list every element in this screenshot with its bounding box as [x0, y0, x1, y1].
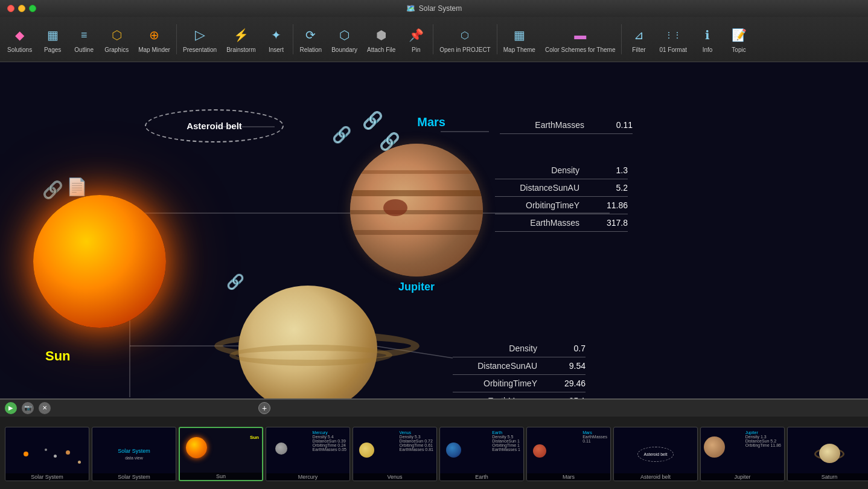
- sun-link-icon: 🔗: [42, 180, 63, 200]
- saturn-earthmasses-val: 95.1: [549, 396, 586, 398]
- toolbar-item-insert[interactable]: ✦ Insert: [260, 19, 292, 60]
- jupiter-earthmasses-key: EarthMasses: [495, 218, 579, 228]
- maptheme-label: Map Theme: [503, 46, 535, 53]
- solutions-icon: ◆: [10, 25, 30, 45]
- toolbar-divider-5: [621, 24, 622, 54]
- toolbar-divider-3: [433, 24, 433, 54]
- toolbar: ◆ Solutions ▦ Pages ≡ Outline ⬡ Graphics…: [0, 17, 868, 62]
- filmstrip-thumb-3[interactable]: Sun Sun: [179, 427, 263, 481]
- saturn-node[interactable]: 🔗: [235, 280, 398, 398]
- toolbar-item-openproject[interactable]: ⬡ Open in PROJECT: [435, 19, 495, 60]
- saturn-distancesunau-key: DistanceSunAU: [453, 361, 537, 371]
- filmstrip-thumb-7[interactable]: Mars EarthMasses 0.11 Mars: [526, 427, 611, 481]
- saturn-density-key: Density: [453, 344, 537, 353]
- mars-earthmasses-key: EarthMasses: [500, 120, 584, 130]
- toolbar-item-presentation[interactable]: ▷ Presentation: [178, 19, 222, 60]
- saturn-density-val: 0.7: [549, 344, 586, 353]
- saturn-orbitingtimey-row: OrbitingTimeY 29.46: [453, 375, 586, 392]
- jupiter-node[interactable]: 🔗 Jupiter: [350, 144, 483, 276]
- jupiter-density-key: Density: [495, 165, 579, 175]
- window-title: 🗺️ Solar System: [406, 4, 462, 13]
- filmstrip-add-button[interactable]: +: [258, 402, 270, 414]
- toolbar-item-pages[interactable]: ▦ Pages: [37, 19, 68, 60]
- filmstrip-thumb-10[interactable]: Saturn: [787, 427, 868, 481]
- filmstrip-thumb-4[interactable]: Mercury Density 5.4 DistanceSun 0.39 Orb…: [266, 427, 350, 481]
- outline-label: Outline: [74, 46, 94, 53]
- jupiter-distancesunau-row: DistanceSunAU 5.2: [495, 179, 628, 197]
- toolbar-item-graphics[interactable]: ⬡ Graphics: [100, 19, 133, 60]
- asteroid-link-icon: 🔗: [362, 110, 383, 130]
- colorschemes-icon: ▬: [570, 25, 590, 45]
- toolbar-item-filter[interactable]: ⊿ Filter: [623, 19, 654, 60]
- maximize-button[interactable]: [29, 5, 36, 12]
- filmstrip[interactable]: Solar System Solar System data view Sola…: [0, 417, 868, 489]
- colorschemes-label: Color Schemes for Theme: [545, 46, 616, 53]
- filmstrip-thumb-2[interactable]: Solar System data view Solar System: [92, 427, 176, 481]
- toolbar-item-maptheme[interactable]: ▦ Map Theme: [499, 19, 540, 60]
- toolbar-item-format[interactable]: ⋮⋮ 01 Format: [654, 19, 692, 60]
- asteroid-belt-node[interactable]: Asteroid belt: [145, 109, 284, 142]
- asteroid-belt-label: Asteroid belt: [187, 121, 242, 131]
- jupiter-link-icon: 🔗: [332, 126, 351, 144]
- toolbar-item-colorschemes[interactable]: ▬ Color Schemes for Theme: [540, 19, 621, 60]
- pages-icon: ▦: [43, 25, 62, 45]
- presentation-icon: ▷: [190, 25, 209, 45]
- saturn-orbitingtimey-key: OrbitingTimeY: [453, 379, 537, 388]
- jupiter-orbitingtimey-key: OrbitingTimeY: [495, 200, 579, 210]
- attachfile-label: Attach File: [367, 46, 395, 53]
- saturn-earthmasses-row: EarthMasses 95.1: [453, 392, 586, 398]
- topic-icon: 📝: [729, 25, 748, 45]
- filmstrip-close-button[interactable]: ✕: [39, 402, 51, 414]
- saturn-data-table: Density 0.7 DistanceSunAU 9.54 OrbitingT…: [453, 340, 586, 398]
- toolbar-item-mapminder[interactable]: ⊕ Map Minder: [133, 19, 175, 60]
- filmstrip-camera-button[interactable]: 📷: [22, 402, 34, 414]
- mapminder-label: Map Minder: [138, 46, 170, 53]
- thumb-10-label: Saturn: [788, 473, 868, 481]
- toolbar-item-info[interactable]: ℹ Info: [692, 19, 723, 60]
- saturn-earthmasses-key: EarthMasses: [453, 396, 537, 398]
- filmstrip-play-button[interactable]: ▶: [5, 402, 17, 414]
- jupiter-density-row: Density 1.3: [495, 162, 628, 179]
- toolbar-divider-4: [497, 24, 497, 54]
- toolbar-item-boundary[interactable]: ⬡ Boundary: [327, 19, 362, 60]
- thumb-7-label: Mars: [527, 473, 610, 481]
- sun-image: [33, 195, 166, 328]
- traffic-lights: [7, 5, 36, 12]
- minimize-button[interactable]: [18, 5, 25, 12]
- jupiter-orbitingtimey-row: OrbitingTimeY 11.86: [495, 197, 628, 214]
- format-label: 01 Format: [659, 46, 687, 53]
- toolbar-item-pin[interactable]: 📌 Pin: [400, 19, 432, 60]
- jupiter-orbitingtimey-val: 11.86: [592, 200, 628, 210]
- relation-icon: ⟳: [301, 25, 321, 45]
- mars-earthmasses-row: EarthMasses 0.11: [500, 117, 633, 134]
- insert-icon: ✦: [266, 25, 286, 45]
- info-icon: ℹ: [698, 25, 717, 45]
- toolbar-item-brainstorm[interactable]: ⚡ Brainstorm: [222, 19, 260, 60]
- saturn-density-row: Density 0.7: [453, 340, 586, 357]
- pin-icon: 📌: [406, 25, 426, 45]
- graphics-label: Graphics: [104, 46, 129, 53]
- toolbar-item-attachfile[interactable]: ⬢ Attach File: [362, 19, 400, 60]
- filmstrip-thumb-6[interactable]: Earth Density 5.5 DistanceSun 1 Orbiting…: [439, 427, 524, 481]
- sun-node[interactable]: 🔗 📄 Sun: [33, 147, 166, 364]
- format-icon: ⋮⋮: [663, 25, 683, 45]
- mapminder-icon: ⊕: [145, 25, 164, 45]
- toolbar-item-outline[interactable]: ≡ Outline: [68, 19, 100, 60]
- filmstrip-thumb-9[interactable]: Jupiter Density 1.3 DistanceSun 5.2 Orbi…: [700, 427, 785, 481]
- filter-label: Filter: [632, 46, 645, 53]
- outline-icon: ≡: [74, 25, 94, 45]
- filmstrip-thumb-8[interactable]: Asteroid belt Asteroid belt: [613, 427, 698, 481]
- filmstrip-thumb-5[interactable]: Venus Density 5.3 DistanceSun 0.72 Orbit…: [353, 427, 437, 481]
- saturn-distancesunau-row: DistanceSunAU 9.54: [453, 357, 586, 375]
- close-button[interactable]: [7, 5, 14, 12]
- filter-icon: ⊿: [629, 25, 648, 45]
- saturn-orbitingtimey-val: 29.46: [549, 379, 586, 388]
- thumb-4-label: Mercury: [266, 473, 349, 481]
- toolbar-item-relation[interactable]: ⟳ Relation: [295, 19, 327, 60]
- maptheme-icon: ▦: [509, 25, 529, 45]
- toolbar-item-solutions[interactable]: ◆ Solutions: [2, 19, 37, 60]
- jupiter-image: [350, 144, 483, 276]
- filmstrip-thumb-1[interactable]: Solar System: [5, 427, 89, 481]
- toolbar-item-topic[interactable]: 📝 Topic: [723, 19, 755, 60]
- sun-doc-icon: 📄: [66, 177, 88, 197]
